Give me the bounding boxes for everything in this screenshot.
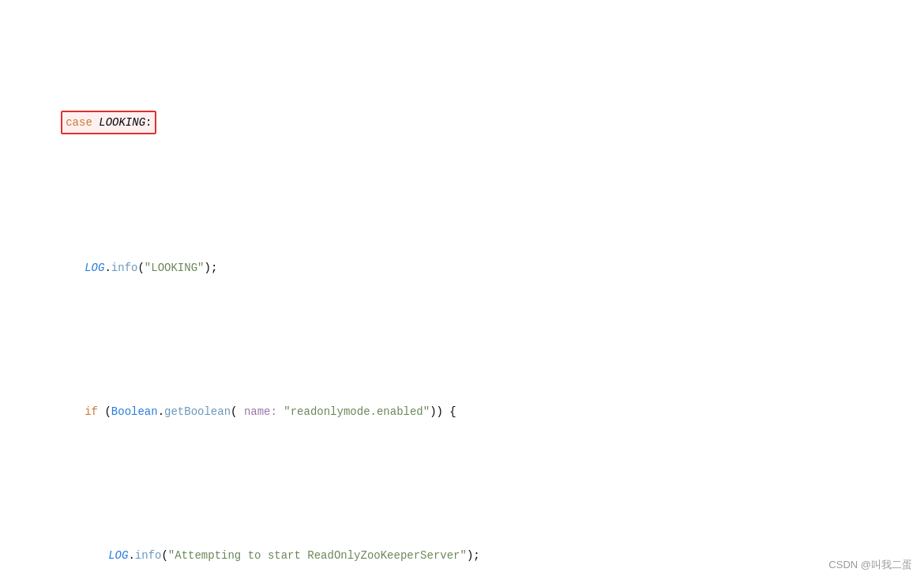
case-highlight: case LOOKING: (61, 111, 156, 134)
watermark: CSDN @叫我二蛋 (828, 558, 912, 572)
line-case: case LOOKING: (0, 90, 924, 155)
line-log-info-looking: LOG.info("LOOKING"); (0, 237, 924, 299)
code-container: case LOOKING: LOG.info("LOOKING"); if (B… (0, 0, 924, 580)
line-log-attempting: LOG.info("Attempting to start ReadOnlyZo… (0, 525, 924, 580)
code-block: case LOOKING: LOG.info("LOOKING"); if (B… (0, 0, 924, 580)
line-if-boolean: if (Boolean.getBoolean( name: "readonlym… (0, 381, 924, 443)
